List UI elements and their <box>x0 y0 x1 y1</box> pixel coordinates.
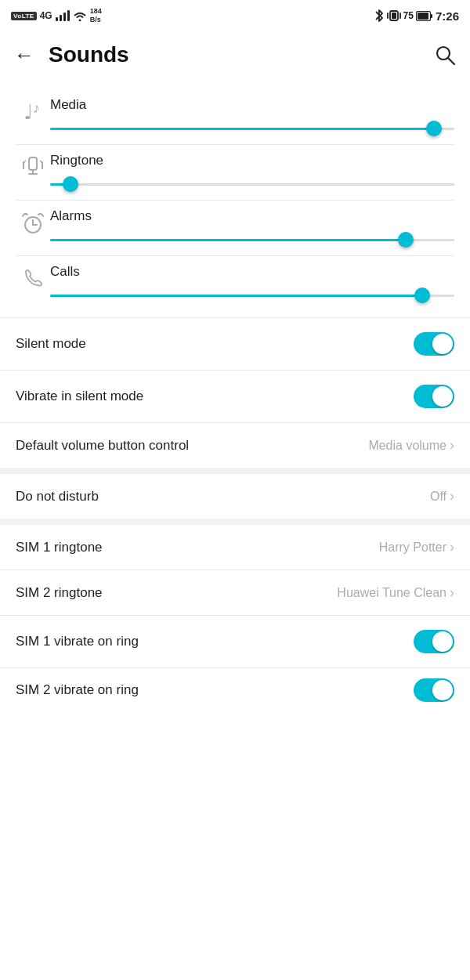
chevron-icon: › <box>450 584 454 601</box>
silent-mode-label: Silent mode <box>16 336 86 352</box>
page-title: Sounds <box>49 42 434 67</box>
status-left: VoLTE 4G 184B/s <box>11 7 102 24</box>
sim2-vibrate-label: SIM 2 vibrate on ring <box>16 682 139 698</box>
search-icon <box>434 44 456 66</box>
volume-button-control-row[interactable]: Default volume button control Media volu… <box>0 423 470 468</box>
search-button[interactable] <box>434 44 456 66</box>
do-not-disturb-row[interactable]: Do not disturb Off › <box>0 474 470 519</box>
sim2-vibrate-toggle[interactable] <box>414 678 454 702</box>
sim1-ringtone-label: SIM 1 ringtone <box>16 540 103 555</box>
vibrate-silent-toggle[interactable] <box>414 385 454 408</box>
svg-rect-5 <box>418 13 428 20</box>
sim1-vibrate-label: SIM 1 vibrate on ring <box>16 634 139 649</box>
chevron-icon: › <box>450 539 454 555</box>
volte-badge: VoLTE <box>11 12 37 20</box>
svg-line-8 <box>449 59 455 65</box>
volume-section: ♩ ♪ Media <box>0 80 470 317</box>
media-icon: ♩ ♪ <box>16 97 50 124</box>
alarms-volume-row: Alarms <box>16 201 454 255</box>
media-volume-row: ♩ ♪ Media <box>16 89 454 144</box>
vibrate-silent-row: Vibrate in silent mode <box>0 371 470 422</box>
top-bar: ← Sounds <box>0 30 470 80</box>
sim2-vibrate-row: SIM 2 vibrate on ring <box>0 668 470 711</box>
sim2-ringtone-label: SIM 2 ringtone <box>16 585 103 601</box>
ringtone-volume-control: Ringtone <box>50 153 454 192</box>
do-not-disturb-label: Do not disturb <box>16 489 99 504</box>
battery-level: 75 <box>403 10 414 21</box>
calls-icon <box>16 264 50 292</box>
media-volume-control: Media <box>50 97 454 136</box>
media-label: Media <box>50 97 454 113</box>
ringtone-icon <box>16 153 50 181</box>
volume-button-control-label: Default volume button control <box>16 438 189 454</box>
svg-rect-1 <box>392 13 396 19</box>
sim1-vibrate-row: SIM 1 vibrate on ring <box>0 616 470 667</box>
alarms-label: Alarms <box>50 208 454 224</box>
status-bar: VoLTE 4G 184B/s 75 <box>0 0 470 30</box>
ringtone-label: Ringtone <box>50 153 454 168</box>
alarms-volume-control: Alarms <box>50 208 454 248</box>
sim2-ringtone-value: Huawei Tune Clean › <box>337 584 454 601</box>
ringtone-volume-row: Ringtone <box>16 145 454 200</box>
chevron-icon: › <box>450 488 454 504</box>
sim1-ringtone-value: Harry Potter › <box>379 539 454 555</box>
wifi-icon <box>73 10 87 21</box>
do-not-disturb-value: Off › <box>430 488 454 504</box>
signal-bars <box>56 10 70 21</box>
alarm-icon <box>16 208 50 237</box>
calls-volume-row: Calls <box>16 256 454 311</box>
svg-rect-6 <box>430 14 432 18</box>
silent-mode-toggle[interactable] <box>414 332 454 356</box>
svg-text:♪: ♪ <box>33 100 40 116</box>
data-speed: 184B/s <box>90 7 102 24</box>
sim1-ringtone-row[interactable]: SIM 1 ringtone Harry Potter › <box>0 525 470 570</box>
chevron-icon: › <box>450 437 454 454</box>
sim2-ringtone-row[interactable]: SIM 2 ringtone Huawei Tune Clean › <box>0 570 470 615</box>
vibrate-icon <box>387 9 401 23</box>
svg-text:♩: ♩ <box>24 100 33 124</box>
calls-volume-control: Calls <box>50 264 454 303</box>
svg-point-7 <box>437 47 450 60</box>
status-time: 7:26 <box>436 9 459 23</box>
back-button[interactable]: ← <box>14 45 34 65</box>
volume-button-control-value: Media volume › <box>368 437 454 454</box>
4g-indicator: 4G <box>40 10 52 21</box>
vibrate-silent-label: Vibrate in silent mode <box>16 389 143 404</box>
svg-rect-11 <box>29 157 37 170</box>
bluetooth-icon <box>374 9 385 23</box>
battery-icon <box>416 11 433 21</box>
status-icons: 75 7:26 <box>374 9 459 23</box>
calls-label: Calls <box>50 264 454 280</box>
silent-mode-row: Silent mode <box>0 318 470 370</box>
sim1-vibrate-toggle[interactable] <box>414 630 454 653</box>
